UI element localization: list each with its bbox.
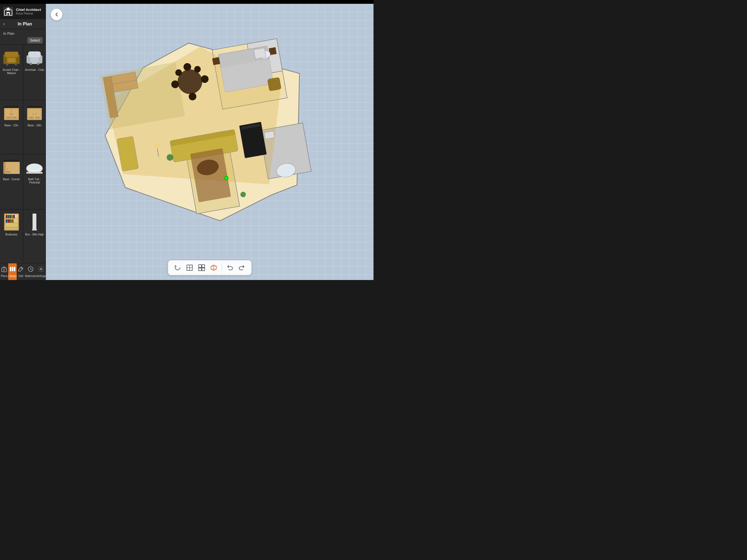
edit-icon [18, 266, 24, 274]
svg-rect-53 [13, 215, 15, 218]
svg-rect-23 [12, 117, 17, 119]
svg-rect-56 [10, 219, 11, 223]
svg-rect-51 [9, 215, 11, 218]
svg-rect-57 [12, 219, 14, 223]
plans-icon [1, 266, 7, 274]
app-body: Chief Architect Room Planner ‹ In Plan I… [0, 4, 374, 280]
item-label-accent-chair-maison: Accent Chair - Maison [1, 68, 22, 75]
item-image-armchair-club [24, 47, 45, 67]
svg-rect-99 [264, 131, 275, 139]
tab-library[interactable]: Library [8, 263, 17, 280]
rooms-button[interactable] [197, 262, 207, 273]
app-title: Chief Architect [16, 8, 41, 12]
svg-rect-64 [12, 267, 13, 271]
svg-point-32 [35, 113, 36, 114]
redo-button[interactable] [237, 262, 247, 273]
svg-rect-11 [7, 58, 16, 62]
item-label-base-corner: Base - Corner [3, 178, 20, 181]
svg-rect-59 [32, 229, 37, 230]
svg-point-31 [32, 113, 34, 114]
svg-point-25 [12, 113, 14, 114]
select-row: Select [0, 36, 46, 45]
item-bath-tub-pedestal[interactable]: Bath Tub - Pedestal [23, 154, 46, 209]
svg-rect-63 [10, 267, 11, 271]
item-image-base-18in [24, 103, 45, 123]
base-corner-icon [2, 157, 21, 176]
item-image-bath-tub-pedestal [24, 156, 45, 177]
item-label-base-18in: Base - 18in [28, 124, 42, 127]
svg-rect-15 [28, 51, 41, 57]
item-accent-chair-maison[interactable]: Accent Chair - Maison [0, 45, 23, 100]
svg-rect-16 [30, 62, 32, 65]
item-base-18in[interactable]: Base - 18in [23, 100, 46, 154]
library-icon [9, 266, 16, 274]
tab-bar: Plans Library [0, 263, 46, 280]
floorplan-area [46, 4, 374, 258]
item-image-base-corner [1, 156, 22, 177]
svg-rect-18 [4, 106, 19, 108]
tab-library-label: Library [8, 275, 17, 278]
item-base-12in[interactable]: Base - 12in [0, 100, 23, 154]
svg-rect-8 [5, 52, 18, 57]
app-subtitle: Room Planner [16, 12, 41, 15]
item-box-96in-high[interactable]: Box - 96in High [23, 209, 46, 263]
tab-edit[interactable]: Edit [17, 263, 25, 280]
sidebar: Chief Architect Room Planner ‹ In Plan I… [0, 4, 46, 280]
item-label-armchair-club: Armchair - Club [25, 68, 44, 72]
nav-back-arrow[interactable]: ‹ [3, 21, 5, 27]
item-image-base-12in [1, 103, 22, 123]
materials-icon [27, 266, 34, 274]
svg-point-67 [40, 268, 42, 270]
svg-rect-114 [202, 268, 205, 271]
armchair-club-icon [25, 48, 44, 67]
item-armchair-club[interactable]: Armchair - Club [23, 45, 46, 100]
svg-rect-54 [6, 219, 7, 223]
sidebar-nav: ‹ In Plan [0, 19, 46, 29]
rotate-button[interactable] [173, 262, 183, 273]
app-logo-icon [3, 6, 13, 17]
tab-settings[interactable]: Settings [36, 263, 46, 280]
item-image-box-96in-high [24, 212, 45, 232]
svg-rect-39 [6, 171, 10, 173]
tab-plans-label: Plans [1, 275, 8, 278]
items-grid: Accent Chair - Maison Armchair - Club [0, 45, 46, 263]
item-label-bath-tub-pedestal: Bath Tub - Pedestal [24, 178, 45, 184]
sidebar-nav-title: In Plan [7, 22, 43, 27]
svg-rect-30 [35, 117, 40, 119]
bookcase-icon [2, 212, 21, 231]
undo-button[interactable] [225, 262, 235, 273]
svg-rect-48 [5, 228, 18, 230]
svg-rect-93 [212, 57, 220, 65]
sidebar-header: Chief Architect Room Planner [0, 4, 46, 19]
3d-button[interactable] [209, 262, 219, 273]
svg-rect-49 [6, 215, 7, 218]
svg-rect-60 [2, 268, 6, 272]
floorplan-svg[interactable] [71, 7, 349, 255]
item-bookcase[interactable]: Bookcase [0, 209, 23, 263]
svg-rect-55 [8, 219, 10, 223]
svg-rect-65 [14, 267, 15, 271]
back-button[interactable] [51, 9, 62, 20]
logo-text: Chief Architect Room Planner [16, 8, 41, 15]
svg-rect-113 [199, 268, 202, 271]
svg-rect-111 [199, 265, 202, 268]
item-label-bookcase: Bookcase [5, 233, 18, 236]
box-96in-high-icon [25, 212, 44, 231]
svg-rect-58 [32, 213, 36, 230]
svg-point-24 [9, 113, 11, 114]
item-label-box-96in-high: Box - 96in High [25, 233, 44, 236]
tab-materials-label: Materials [25, 275, 36, 278]
svg-rect-36 [3, 162, 5, 174]
tab-edit-label: Edit [19, 275, 23, 278]
main-content [46, 4, 374, 280]
floorplan-button[interactable] [185, 262, 195, 273]
accent-chair-maison-icon [2, 48, 21, 67]
svg-point-42 [28, 164, 41, 170]
svg-rect-10 [15, 63, 17, 66]
svg-rect-52 [11, 215, 13, 218]
tab-plans[interactable]: Plans [0, 263, 8, 280]
svg-rect-97 [254, 48, 266, 59]
select-button[interactable]: Select [27, 37, 43, 44]
tab-materials[interactable]: Materials [25, 263, 36, 280]
item-base-corner[interactable]: Base - Corner [0, 154, 23, 209]
